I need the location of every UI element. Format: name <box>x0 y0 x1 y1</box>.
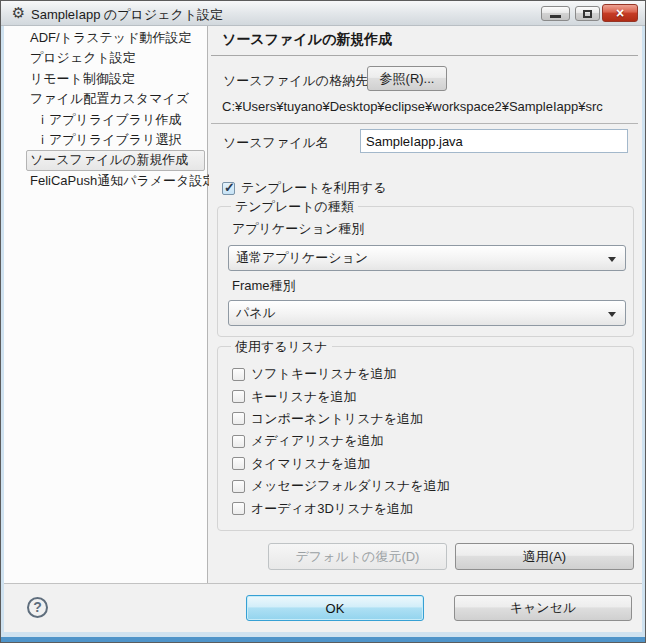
minimize-icon <box>550 15 561 18</box>
frame-type-value: パネル <box>236 304 276 322</box>
chevron-down-icon <box>608 257 616 262</box>
dialog-footer: ? OK キャンセル <box>4 583 642 632</box>
maximize-icon <box>583 10 592 18</box>
sidebar-item-iappli-lib-create[interactable]: ｉアプリライブラリ作成 <box>4 110 207 130</box>
project-settings-dialog: ⚙ SampleIapp のプロジェクト設定 × ADF/トラステッド動作設定 … <box>0 0 646 643</box>
listener-media-row[interactable]: メディアリスナを追加 <box>232 430 625 452</box>
storage-location-label: ソースファイルの格納先: <box>223 72 372 90</box>
template-type-legend: テンプレートの種類 <box>231 198 358 216</box>
listener-softkey-row[interactable]: ソフトキーリスナを追加 <box>232 363 625 385</box>
window-bottom-edge <box>1 637 645 642</box>
browse-button[interactable]: 参照(R)... <box>367 66 447 91</box>
section-separator <box>211 123 638 124</box>
listener-messagefolder-label: メッセージフォルダリスナを追加 <box>251 477 450 495</box>
listeners-list: ソフトキーリスナを追加 キーリスナを追加 コンポーネントリスナを追加 メディアリ… <box>232 363 625 520</box>
listener-audio3d-row[interactable]: オーディオ3Dリスナを追加 <box>232 497 625 519</box>
listener-component-row[interactable]: コンポーネントリスナを追加 <box>232 408 625 430</box>
chevron-down-icon <box>608 312 616 317</box>
listener-timer-checkbox[interactable] <box>232 457 245 470</box>
listener-key-checkbox[interactable] <box>232 390 245 403</box>
close-button[interactable]: × <box>602 4 638 22</box>
storage-path-value: C:¥Users¥tuyano¥Desktop¥eclipse¥workspac… <box>222 99 603 114</box>
header-separator <box>211 55 638 56</box>
listeners-legend: 使用するリスナ <box>231 338 332 356</box>
title-bar[interactable]: ⚙ SampleIapp のプロジェクト設定 × <box>1 1 645 26</box>
application-type-select[interactable]: 通常アプリケーション <box>228 245 626 271</box>
ok-button[interactable]: OK <box>246 595 424 621</box>
listener-component-label: コンポーネントリスナを追加 <box>251 410 423 428</box>
template-type-group: テンプレートの種類 アプリケーション種別 通常アプリケーション Frame種別 … <box>217 206 634 337</box>
cancel-button[interactable]: キャンセル <box>454 595 632 621</box>
listeners-group: 使用するリスナ ソフトキーリスナを追加 キーリスナを追加 コンポーネントリスナを… <box>217 346 634 531</box>
use-template-label: テンプレートを利用する <box>241 179 386 197</box>
sidebar-item-felicapush[interactable]: FeliCaPush通知パラメータ設定 <box>4 171 207 191</box>
page-title: ソースファイルの新規作成 <box>222 31 392 49</box>
listener-audio3d-label: オーディオ3Dリスナを追加 <box>251 500 413 518</box>
use-template-checkbox[interactable] <box>222 182 235 195</box>
settings-panel: ソースファイルの新規作成 ソースファイルの格納先: 参照(R)... C:¥Us… <box>209 26 642 583</box>
gear-icon: ⚙ <box>10 4 27 21</box>
minimize-button[interactable] <box>541 6 570 21</box>
window-title: SampleIapp のプロジェクト設定 <box>31 6 223 24</box>
restore-defaults-button[interactable]: デフォルトの復元(D) <box>268 543 447 570</box>
close-icon: × <box>603 5 637 21</box>
apply-button[interactable]: 適用(A) <box>455 543 634 570</box>
frame-type-select[interactable]: パネル <box>228 300 626 326</box>
listener-softkey-checkbox[interactable] <box>232 368 245 381</box>
listener-media-label: メディアリスナを追加 <box>251 432 383 450</box>
sidebar-item-file-placement[interactable]: ファイル配置カスタマイズ <box>4 89 207 109</box>
sidebar-item-new-source-file[interactable]: ソースファイルの新規作成 <box>26 150 205 170</box>
sidebar-item-project-settings[interactable]: プロジェクト設定 <box>4 48 207 68</box>
sidebar-item-iappli-lib-select[interactable]: ｉアプリライブラリ選択 <box>4 130 207 150</box>
listener-key-row[interactable]: キーリスナを追加 <box>232 385 625 407</box>
listener-timer-label: タイマリスナを追加 <box>251 455 370 473</box>
source-filename-input[interactable] <box>360 129 628 153</box>
listener-timer-row[interactable]: タイマリスナを追加 <box>232 453 625 475</box>
sidebar-item-adf-trusted[interactable]: ADF/トラステッド動作設定 <box>4 28 207 48</box>
help-icon[interactable]: ? <box>27 597 48 618</box>
listener-media-checkbox[interactable] <box>232 435 245 448</box>
sidebar-item-remote-control[interactable]: リモート制御設定 <box>4 69 207 89</box>
listener-component-checkbox[interactable] <box>232 412 245 425</box>
application-type-value: 通常アプリケーション <box>236 249 368 267</box>
listener-audio3d-checkbox[interactable] <box>232 502 245 515</box>
maximize-button[interactable] <box>575 6 600 21</box>
frame-type-label: Frame種別 <box>232 277 296 295</box>
application-type-label: アプリケーション種別 <box>232 220 364 238</box>
use-template-checkbox-row[interactable]: テンプレートを利用する <box>222 179 386 197</box>
listener-messagefolder-checkbox[interactable] <box>232 480 245 493</box>
source-filename-label: ソースファイル名 <box>223 134 329 152</box>
listener-messagefolder-row[interactable]: メッセージフォルダリスナを追加 <box>232 475 625 497</box>
listener-softkey-label: ソフトキーリスナを追加 <box>251 365 396 383</box>
dialog-body: ADF/トラステッド動作設定 プロジェクト設定 リモート制御設定 ファイル配置カ… <box>4 26 642 632</box>
listener-key-label: キーリスナを追加 <box>251 388 357 406</box>
settings-nav-list: ADF/トラステッド動作設定 プロジェクト設定 リモート制御設定 ファイル配置カ… <box>4 26 208 583</box>
